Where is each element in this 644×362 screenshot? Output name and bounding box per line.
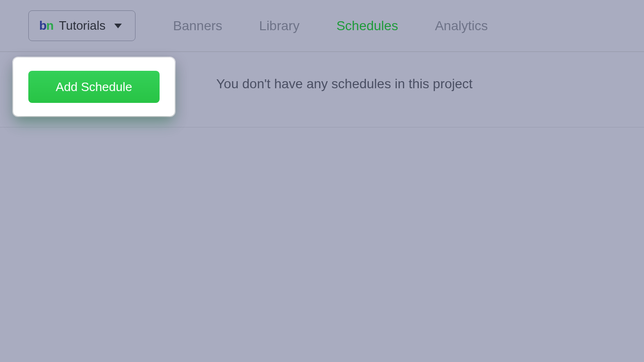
project-select[interactable]: bn Tutorials xyxy=(28,10,136,41)
tab-schedules[interactable]: Schedules xyxy=(336,18,398,34)
tab-analytics[interactable]: Analytics xyxy=(435,18,488,34)
tab-library[interactable]: Library xyxy=(259,18,300,34)
tab-banners[interactable]: Banners xyxy=(173,18,222,34)
header: bn Tutorials Banners Library Schedules A… xyxy=(0,0,644,52)
empty-schedules-message: You don't have any schedules in this pro… xyxy=(216,76,473,92)
add-schedule-card: Add Schedule xyxy=(13,58,175,116)
logo-n: n xyxy=(46,18,53,33)
add-schedule-button[interactable]: Add Schedule xyxy=(28,71,160,103)
logo-b: b xyxy=(39,18,46,33)
chevron-down-icon xyxy=(114,24,122,28)
project-name: Tutorials xyxy=(59,18,106,33)
logo: bn xyxy=(39,18,53,33)
main-nav: Banners Library Schedules Analytics xyxy=(173,18,488,34)
